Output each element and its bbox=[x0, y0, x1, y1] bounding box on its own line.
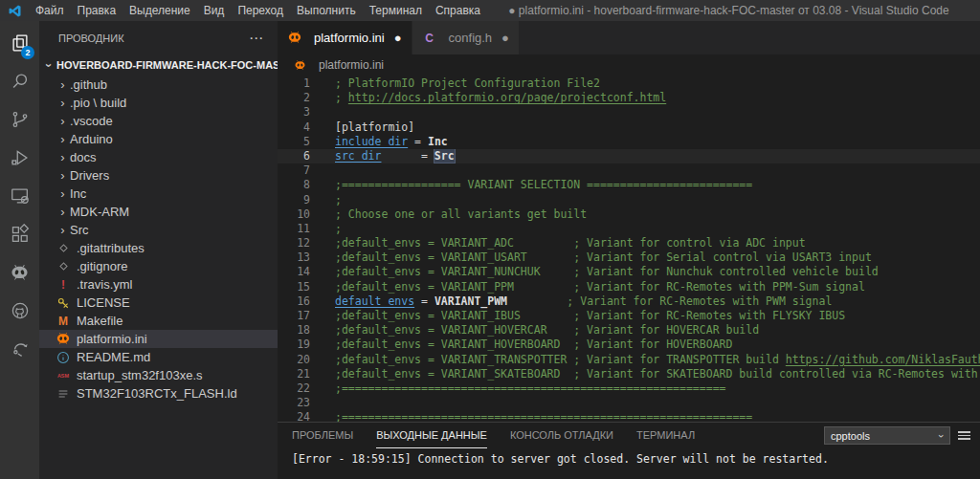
platformio-icon bbox=[292, 59, 307, 72]
activity-run-debug[interactable] bbox=[0, 141, 39, 179]
line-text: ;default_envs = VARIANT_NUNCHUK ; Varian… bbox=[335, 265, 980, 279]
sidebar-item-platformio-ini[interactable]: platformio.ini bbox=[39, 330, 278, 348]
panel-tab-[interactable]: ТЕРМИНАЛ bbox=[636, 423, 695, 448]
code-line-7: 7 bbox=[278, 163, 980, 178]
code-line-8: 8;================== VARIANT SELECTION =… bbox=[278, 178, 980, 192]
item-label: .gitignore bbox=[77, 259, 127, 273]
sidebar-item-docs[interactable]: ›docs bbox=[39, 148, 278, 166]
activity-extensions[interactable] bbox=[0, 217, 39, 255]
sidebar-item-makefile[interactable]: MMakefile bbox=[39, 312, 278, 330]
tab-platformio-ini[interactable]: platformio.ini● bbox=[278, 21, 412, 54]
bottom-panel: ПРОБЛЕМЫВЫХОДНЫЕ ДАННЫЕКОНСОЛЬ ОТЛАДКИТЕ… bbox=[278, 422, 980, 479]
sidebar-item-stm32f103rctx-flash-ld[interactable]: STM32F103RCTx_FLASH.ld bbox=[39, 384, 278, 403]
code-line-6: 6src_dir = Src bbox=[278, 149, 980, 163]
panel-tab-[interactable]: КОНСОЛЬ ОТЛАДКИ bbox=[510, 423, 613, 448]
git-icon bbox=[56, 242, 71, 254]
menu-item-[interactable]: Выполнить bbox=[290, 0, 363, 21]
code-line-2: 2; http://docs.platformio.org/page/proje… bbox=[278, 91, 980, 105]
chevron-right-icon: › bbox=[56, 114, 70, 128]
line-text: ;default_envs = VARIANT_TRANSPOTTER ; Va… bbox=[335, 353, 980, 367]
output-channel-select[interactable]: cpptools › bbox=[824, 426, 950, 445]
sidebar-item-inc[interactable]: ›Inc bbox=[39, 185, 278, 203]
output-log: [Error - 18:59:15] Connection to server … bbox=[278, 448, 980, 466]
line-number: 13 bbox=[278, 250, 310, 265]
item-label: startup_stm32f103xe.s bbox=[77, 368, 203, 382]
sidebar-item-arduino[interactable]: ›Arduino bbox=[39, 130, 278, 148]
activity-badge: 2 bbox=[21, 46, 34, 59]
line-text: ;default_envs = VARIANT_HOVERBOARD ; Var… bbox=[335, 337, 980, 352]
panel-tab-bar: ПРОБЛЕМЫВЫХОДНЫЕ ДАННЫЕКОНСОЛЬ ОТЛАДКИТЕ… bbox=[292, 423, 718, 448]
line-number: 14 bbox=[278, 265, 310, 279]
menu-item-[interactable]: Терминал bbox=[363, 0, 429, 21]
item-label: .pio \ build bbox=[70, 96, 126, 110]
panel-tab-[interactable]: ВЫХОДНЫЕ ДАННЫЕ bbox=[376, 423, 487, 448]
chevron-right-icon: › bbox=[56, 186, 70, 201]
activity-remote-tunnel[interactable] bbox=[0, 332, 39, 370]
activity-search[interactable] bbox=[0, 64, 39, 102]
activity-source-control[interactable] bbox=[0, 102, 39, 141]
line-text bbox=[335, 396, 980, 410]
line-text: ;default_envs = VARIANT_ADC ; Variant fo… bbox=[335, 236, 980, 250]
tab-config-h[interactable]: Cconfig.h● bbox=[412, 21, 520, 54]
chevron-down-icon: › bbox=[42, 58, 56, 73]
sidebar-item-license[interactable]: LICENSE bbox=[39, 294, 278, 312]
chevron-right-icon: › bbox=[56, 96, 70, 110]
menu-item-[interactable]: Переход bbox=[231, 0, 290, 21]
sidebar-item-vscode[interactable]: ›.vscode bbox=[39, 112, 278, 130]
chevron-right-icon: › bbox=[56, 150, 70, 164]
menu-item-[interactable]: Справка bbox=[429, 0, 487, 21]
sidebar-item-travis-yml[interactable]: !.travis.yml bbox=[39, 275, 278, 294]
sidebar-item-startup-stm32f103xe-s[interactable]: ASMstartup_stm32f103xe.s bbox=[39, 366, 278, 384]
menu-item-[interactable]: Выделение bbox=[122, 0, 197, 21]
sidebar-item-pio-build[interactable]: ›.pio \ build bbox=[39, 94, 278, 112]
menu-item-[interactable]: Правка bbox=[71, 0, 123, 21]
breadcrumb[interactable]: platformio.ini bbox=[278, 54, 980, 76]
travis-icon: ! bbox=[56, 278, 71, 292]
line-number: 21 bbox=[278, 367, 310, 381]
activity-remote-explorer[interactable] bbox=[0, 179, 39, 217]
panel-more-icon[interactable] bbox=[958, 431, 970, 440]
code-line-3: 3 bbox=[278, 105, 980, 120]
chevron-right-icon: › bbox=[56, 205, 70, 219]
modified-dot-icon: ● bbox=[394, 32, 402, 44]
chevron-right-icon: › bbox=[56, 223, 70, 237]
vscode-window: ФайлПравкаВыделениеВидПереходВыполнитьТе… bbox=[0, 0, 980, 479]
vscode-logo-icon bbox=[8, 3, 23, 18]
item-label: LICENSE bbox=[77, 295, 130, 310]
sidebar-actions-icon[interactable]: ⋯ bbox=[249, 30, 264, 47]
remote-tunnel-icon bbox=[10, 338, 31, 363]
menu-item-[interactable]: Файл bbox=[29, 0, 71, 21]
explorer-root-folder[interactable]: › HOVERBOARD-FIRMWARE-HACK-FOC-MASTER ОТ… bbox=[39, 54, 278, 76]
code-line-10: 10; Choose one or all variants get built bbox=[278, 207, 980, 222]
tab-label: config.h bbox=[449, 31, 493, 45]
line-number: 15 bbox=[278, 280, 310, 294]
line-text bbox=[335, 105, 980, 120]
sidebar-item-drivers[interactable]: ›Drivers bbox=[39, 166, 278, 185]
sidebar-item-mdk-arm[interactable]: ›MDK-ARM bbox=[39, 203, 278, 221]
line-text: ; bbox=[335, 222, 980, 236]
activity-bar: 2 bbox=[0, 21, 39, 479]
lines-icon bbox=[56, 387, 71, 401]
menu-item-[interactable]: Вид bbox=[197, 0, 232, 21]
code-line-1: 1; PlatformIO Project Configuration File… bbox=[278, 76, 980, 91]
line-text: src_dir = Src bbox=[335, 149, 980, 163]
output-channel-value: cpptools bbox=[831, 430, 870, 442]
sidebar-item-gitattributes[interactable]: .gitattributes bbox=[39, 239, 278, 257]
root-folder-label: HOVERBOARD-FIRMWARE-HACK-FOC-MASTER ОТ 0… bbox=[56, 59, 278, 71]
sidebar-item-readme-md[interactable]: README.md bbox=[39, 348, 278, 366]
sidebar-item-src[interactable]: ›Src bbox=[39, 221, 278, 239]
asm-icon: ASM bbox=[56, 373, 71, 379]
line-number: 19 bbox=[278, 337, 310, 352]
panel-tab-[interactable]: ПРОБЛЕМЫ bbox=[292, 423, 353, 448]
code-editor[interactable]: 1; PlatformIO Project Configuration File… bbox=[278, 76, 980, 422]
line-number: 23 bbox=[278, 396, 310, 410]
activity-explorer[interactable]: 2 bbox=[0, 26, 39, 64]
sidebar-item-gitignore[interactable]: .gitignore bbox=[39, 257, 278, 275]
line-text: [platformio] bbox=[335, 120, 980, 135]
activity-platformio[interactable] bbox=[0, 255, 39, 294]
search-icon bbox=[10, 71, 31, 96]
item-label: STM32F103RCTx_FLASH.ld bbox=[77, 386, 237, 401]
activity-github[interactable] bbox=[0, 294, 39, 332]
sidebar-item-github[interactable]: ›.github bbox=[39, 76, 278, 94]
remote-explorer-icon bbox=[10, 185, 31, 210]
